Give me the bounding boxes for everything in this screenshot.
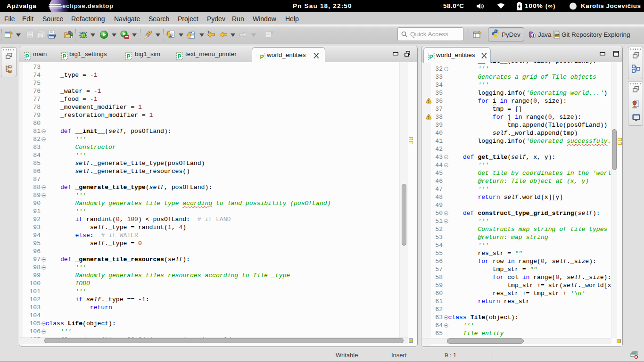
svg-text:P: P xyxy=(126,53,130,60)
svg-text:GIT: GIT xyxy=(555,34,559,37)
svg-text:P: P xyxy=(177,53,181,60)
svg-text:P: P xyxy=(429,54,433,60)
svg-text:P: P xyxy=(260,54,264,60)
svg-text:P: P xyxy=(62,53,66,60)
svg-text:J: J xyxy=(532,33,535,38)
svg-text:P: P xyxy=(25,53,29,60)
